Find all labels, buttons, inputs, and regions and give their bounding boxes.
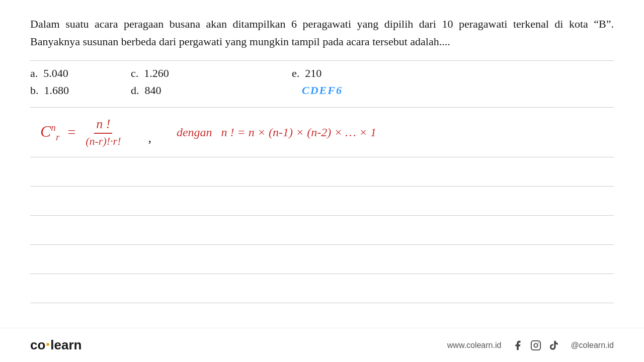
option-e: e. 210 [292,67,392,80]
options-row-1: a. 5.040 c. 1.260 e. 210 [30,67,614,80]
logo-learn: learn [50,337,82,353]
blank-line-3 [30,216,614,245]
option-b: b. 1.680 [30,84,131,97]
fraction-denominator: (n-r)!·r! [84,134,123,148]
svg-rect-0 [531,340,540,349]
main-content: Dalam suatu acara peragaan busana akan d… [0,0,644,303]
option-d: d. 840 [131,84,292,97]
blank-lines-section [30,157,614,303]
blank-line-2 [30,187,614,216]
formula-section: Cnr = n ! (n-r)!·r! , dengan n ! = n × (… [30,108,614,157]
formula-rhs: dengan n ! = n × (n-1) × (n-2) × … × 1 [177,126,376,139]
svg-point-1 [534,343,538,347]
facebook-icon [511,339,524,352]
option-a: a. 5.040 [30,67,131,80]
website-url: www.colearn.id [447,341,502,350]
formula-equals: = [67,124,75,140]
social-handle: @colearn.id [571,341,614,350]
blank-line-5 [30,274,614,303]
blank-line-4 [30,245,614,274]
fraction: n ! (n-r)!·r! [84,117,123,148]
instagram-icon [529,339,542,352]
options-row-2: b. 1.680 d. 840 CDEF6 [30,84,614,97]
social-icons [511,339,560,352]
logo-dot [46,343,49,346]
blank-line-1 [30,157,614,187]
logo: co learn [30,337,82,353]
formula-c-symbol: Cnr [40,122,59,143]
options-section: a. 5.040 c. 1.260 e. 210 b. 1.680 d. 840… [30,61,614,108]
question-text: Dalam suatu acara peragaan busana akan d… [30,15,614,50]
option-c: c. 1.260 [131,67,292,80]
formula-main: Cnr = n ! (n-r)!·r! [40,117,123,148]
comma-separator: , [148,131,151,148]
option-highlighted: CDEF6 [302,84,343,97]
fraction-numerator: n ! [94,117,112,134]
footer-right: www.colearn.id [447,339,614,352]
footer: co learn www.colearn.id [0,328,644,362]
logo-co: co [30,337,45,353]
tiktok-icon [547,339,560,352]
svg-point-2 [538,342,539,343]
